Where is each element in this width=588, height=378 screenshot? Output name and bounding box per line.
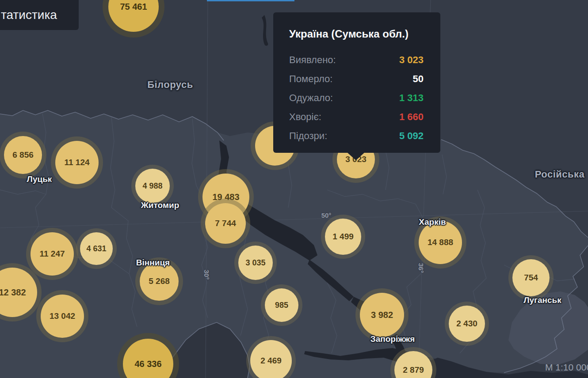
city-label: Харків (419, 217, 446, 227)
map-bubble[interactable]: 1 499 (325, 219, 361, 255)
map-bubble[interactable]: 14 888 (419, 221, 462, 264)
city-label: Вінниця (136, 258, 170, 268)
city-label: Луцьк (27, 174, 52, 184)
tooltip-row-died: Померло: 50 (289, 69, 424, 88)
tooltip-row-suspected: Підозри: 5 092 (289, 126, 424, 145)
map-bubble[interactable]: 4 988 (135, 169, 170, 203)
map-scale-label: М 1:10 000 0 (545, 362, 588, 373)
map-bubble[interactable]: 985 (265, 288, 298, 322)
tooltip-row-sick: Хворіє: 1 660 (289, 107, 424, 126)
map-bubble[interactable]: 2 469 (250, 340, 292, 378)
map-bubble[interactable]: 4 631 (80, 232, 113, 265)
map-bubble[interactable]: 7 744 (205, 203, 246, 244)
statistics-panel-button[interactable]: татистика (0, 0, 79, 30)
country-label: Російська (535, 169, 585, 180)
map-bubble[interactable]: 11 124 (55, 141, 99, 184)
country-label: Білорусь (147, 79, 193, 91)
graticule-label: 36° (417, 263, 425, 273)
top-blue-line (207, 0, 294, 1)
tooltip-row-detected: Виявлено: 3 023 (289, 50, 424, 69)
map-bubble[interactable]: 13 042 (41, 295, 84, 338)
city-label: Запоріжжя (370, 334, 415, 344)
statistics-panel-label: татистика (1, 8, 57, 22)
graticule-label: 50° (321, 212, 332, 219)
graticule-label: 30° (203, 270, 210, 280)
tooltip-row-recovered: Одужало: 1 313 (289, 88, 424, 107)
city-label: Луганськ (523, 295, 561, 305)
map-bubble[interactable]: 6 856 (4, 136, 42, 174)
map-bubble[interactable]: 11 247 (31, 232, 74, 276)
region-tooltip: Україна (Сумська обл.) Виявлено: 3 023 П… (273, 12, 440, 153)
map-bubble[interactable]: 3 035 (238, 246, 273, 280)
map-bubble[interactable]: 5 268 (140, 262, 179, 301)
map-bubble[interactable]: 3 982 (360, 293, 404, 337)
city-label: Житомир (141, 200, 179, 210)
map-bubble[interactable]: 2 430 (449, 306, 485, 342)
covid-map-view: 75 4616 85611 1244 9883 02319 4837 7441 … (0, 0, 588, 378)
map-bubble[interactable]: 754 (512, 259, 550, 296)
tooltip-title: Україна (Сумська обл.) (289, 27, 424, 41)
